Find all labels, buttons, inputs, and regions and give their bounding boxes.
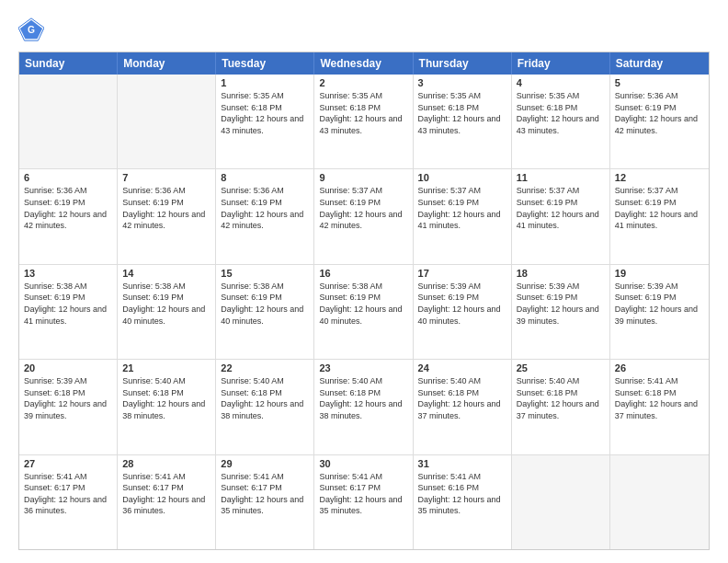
day-info: Sunrise: 5:40 AMSunset: 6:18 PMDaylight:… bbox=[319, 375, 407, 421]
day-info: Sunrise: 5:39 AMSunset: 6:19 PMDaylight:… bbox=[615, 281, 704, 327]
day-info: Sunrise: 5:40 AMSunset: 6:18 PMDaylight:… bbox=[418, 375, 506, 421]
day-info: Sunrise: 5:38 AMSunset: 6:19 PMDaylight:… bbox=[319, 281, 407, 327]
day-number: 25 bbox=[517, 362, 605, 373]
day-number: 12 bbox=[615, 172, 704, 183]
cal-cell: 16Sunrise: 5:38 AMSunset: 6:19 PMDayligh… bbox=[314, 265, 413, 359]
day-number: 9 bbox=[319, 172, 407, 183]
day-info: Sunrise: 5:38 AMSunset: 6:19 PMDaylight:… bbox=[122, 281, 210, 327]
day-number: 15 bbox=[221, 268, 309, 279]
cal-cell: 29Sunrise: 5:41 AMSunset: 6:17 PMDayligh… bbox=[216, 455, 314, 549]
day-info: Sunrise: 5:36 AMSunset: 6:19 PMDaylight:… bbox=[615, 90, 704, 136]
day-info: Sunrise: 5:35 AMSunset: 6:18 PMDaylight:… bbox=[319, 90, 407, 136]
day-header-sunday: Sunday bbox=[19, 52, 118, 75]
cal-cell: 23Sunrise: 5:40 AMSunset: 6:18 PMDayligh… bbox=[314, 360, 413, 454]
day-info: Sunrise: 5:40 AMSunset: 6:18 PMDaylight:… bbox=[517, 375, 605, 421]
page: G SundayMondayTuesdayWednesdayThursdayFr… bbox=[0, 0, 728, 563]
cal-cell: 18Sunrise: 5:39 AMSunset: 6:19 PMDayligh… bbox=[512, 265, 610, 359]
day-number: 2 bbox=[319, 77, 407, 88]
day-info: Sunrise: 5:40 AMSunset: 6:18 PMDaylight:… bbox=[221, 375, 309, 421]
day-info: Sunrise: 5:37 AMSunset: 6:19 PMDaylight:… bbox=[517, 185, 605, 231]
cal-cell bbox=[512, 455, 610, 549]
day-header-tuesday: Tuesday bbox=[216, 52, 314, 75]
day-info: Sunrise: 5:36 AMSunset: 6:19 PMDaylight:… bbox=[221, 185, 309, 231]
day-number: 23 bbox=[319, 362, 407, 373]
day-number: 27 bbox=[24, 458, 112, 469]
cal-cell: 17Sunrise: 5:39 AMSunset: 6:19 PMDayligh… bbox=[414, 265, 512, 359]
cal-cell: 8Sunrise: 5:36 AMSunset: 6:19 PMDaylight… bbox=[216, 169, 314, 263]
day-info: Sunrise: 5:41 AMSunset: 6:17 PMDaylight:… bbox=[24, 471, 112, 517]
day-info: Sunrise: 5:40 AMSunset: 6:18 PMDaylight:… bbox=[122, 375, 210, 421]
day-number: 4 bbox=[517, 77, 605, 88]
day-number: 17 bbox=[418, 268, 506, 279]
cal-cell: 28Sunrise: 5:41 AMSunset: 6:17 PMDayligh… bbox=[118, 455, 216, 549]
day-number: 28 bbox=[122, 458, 210, 469]
day-number: 16 bbox=[319, 268, 407, 279]
week-row-2: 13Sunrise: 5:38 AMSunset: 6:19 PMDayligh… bbox=[19, 264, 709, 359]
day-info: Sunrise: 5:39 AMSunset: 6:19 PMDaylight:… bbox=[418, 281, 506, 327]
day-info: Sunrise: 5:41 AMSunset: 6:17 PMDaylight:… bbox=[221, 471, 309, 517]
day-number: 20 bbox=[24, 362, 112, 373]
week-row-1: 6Sunrise: 5:36 AMSunset: 6:19 PMDaylight… bbox=[19, 168, 709, 263]
day-number: 1 bbox=[221, 77, 309, 88]
cal-cell: 12Sunrise: 5:37 AMSunset: 6:19 PMDayligh… bbox=[610, 169, 709, 263]
day-header-friday: Friday bbox=[512, 52, 610, 75]
cal-cell: 20Sunrise: 5:39 AMSunset: 6:18 PMDayligh… bbox=[19, 360, 118, 454]
day-info: Sunrise: 5:37 AMSunset: 6:19 PMDaylight:… bbox=[615, 185, 704, 231]
cal-cell: 6Sunrise: 5:36 AMSunset: 6:19 PMDaylight… bbox=[19, 169, 118, 263]
day-number: 26 bbox=[615, 362, 704, 373]
day-number: 31 bbox=[418, 458, 506, 469]
calendar: SundayMondayTuesdayWednesdayThursdayFrid… bbox=[18, 52, 710, 550]
day-info: Sunrise: 5:35 AMSunset: 6:18 PMDaylight:… bbox=[221, 90, 309, 136]
day-info: Sunrise: 5:37 AMSunset: 6:19 PMDaylight:… bbox=[319, 185, 407, 231]
cal-cell: 19Sunrise: 5:39 AMSunset: 6:19 PMDayligh… bbox=[610, 265, 709, 359]
day-number: 13 bbox=[24, 268, 112, 279]
cal-cell bbox=[610, 455, 709, 549]
day-info: Sunrise: 5:37 AMSunset: 6:19 PMDaylight:… bbox=[418, 185, 506, 231]
cal-cell: 3Sunrise: 5:35 AMSunset: 6:18 PMDaylight… bbox=[414, 75, 512, 168]
header: G bbox=[18, 17, 710, 42]
cal-cell: 31Sunrise: 5:41 AMSunset: 6:16 PMDayligh… bbox=[414, 455, 512, 549]
week-row-0: 1Sunrise: 5:35 AMSunset: 6:18 PMDaylight… bbox=[19, 75, 709, 168]
day-info: Sunrise: 5:39 AMSunset: 6:19 PMDaylight:… bbox=[517, 281, 605, 327]
day-number: 10 bbox=[418, 172, 506, 183]
day-number: 30 bbox=[319, 458, 407, 469]
day-number: 14 bbox=[122, 268, 210, 279]
day-number: 8 bbox=[221, 172, 309, 183]
day-header-monday: Monday bbox=[118, 52, 216, 75]
week-row-3: 20Sunrise: 5:39 AMSunset: 6:18 PMDayligh… bbox=[19, 359, 709, 454]
day-number: 5 bbox=[615, 77, 704, 88]
cal-cell bbox=[19, 75, 118, 168]
cal-cell: 2Sunrise: 5:35 AMSunset: 6:18 PMDaylight… bbox=[314, 75, 413, 168]
day-info: Sunrise: 5:36 AMSunset: 6:19 PMDaylight:… bbox=[24, 185, 112, 231]
cal-cell: 9Sunrise: 5:37 AMSunset: 6:19 PMDaylight… bbox=[314, 169, 413, 263]
cal-cell: 25Sunrise: 5:40 AMSunset: 6:18 PMDayligh… bbox=[512, 360, 610, 454]
day-info: Sunrise: 5:41 AMSunset: 6:16 PMDaylight:… bbox=[418, 471, 506, 517]
day-number: 19 bbox=[615, 268, 704, 279]
cal-cell: 11Sunrise: 5:37 AMSunset: 6:19 PMDayligh… bbox=[512, 169, 610, 263]
day-number: 3 bbox=[418, 77, 506, 88]
cal-cell: 5Sunrise: 5:36 AMSunset: 6:19 PMDaylight… bbox=[610, 75, 709, 168]
cal-cell: 14Sunrise: 5:38 AMSunset: 6:19 PMDayligh… bbox=[118, 265, 216, 359]
day-number: 24 bbox=[418, 362, 506, 373]
cal-cell: 21Sunrise: 5:40 AMSunset: 6:18 PMDayligh… bbox=[118, 360, 216, 454]
cal-cell: 4Sunrise: 5:35 AMSunset: 6:18 PMDaylight… bbox=[512, 75, 610, 168]
day-info: Sunrise: 5:35 AMSunset: 6:18 PMDaylight:… bbox=[517, 90, 605, 136]
day-header-wednesday: Wednesday bbox=[314, 52, 413, 75]
day-number: 6 bbox=[24, 172, 112, 183]
calendar-header: SundayMondayTuesdayWednesdayThursdayFrid… bbox=[19, 52, 709, 75]
day-number: 29 bbox=[221, 458, 309, 469]
cal-cell: 1Sunrise: 5:35 AMSunset: 6:18 PMDaylight… bbox=[216, 75, 314, 168]
day-info: Sunrise: 5:38 AMSunset: 6:19 PMDaylight:… bbox=[24, 281, 112, 327]
cal-cell: 24Sunrise: 5:40 AMSunset: 6:18 PMDayligh… bbox=[414, 360, 512, 454]
day-info: Sunrise: 5:38 AMSunset: 6:19 PMDaylight:… bbox=[221, 281, 309, 327]
day-info: Sunrise: 5:41 AMSunset: 6:17 PMDaylight:… bbox=[122, 471, 210, 517]
cal-cell: 7Sunrise: 5:36 AMSunset: 6:19 PMDaylight… bbox=[118, 169, 216, 263]
cal-cell: 27Sunrise: 5:41 AMSunset: 6:17 PMDayligh… bbox=[19, 455, 118, 549]
cal-cell: 10Sunrise: 5:37 AMSunset: 6:19 PMDayligh… bbox=[414, 169, 512, 263]
logo: G bbox=[18, 17, 48, 42]
day-number: 7 bbox=[122, 172, 210, 183]
cal-cell: 13Sunrise: 5:38 AMSunset: 6:19 PMDayligh… bbox=[19, 265, 118, 359]
day-header-thursday: Thursday bbox=[414, 52, 512, 75]
day-info: Sunrise: 5:35 AMSunset: 6:18 PMDaylight:… bbox=[418, 90, 506, 136]
day-number: 21 bbox=[122, 362, 210, 373]
